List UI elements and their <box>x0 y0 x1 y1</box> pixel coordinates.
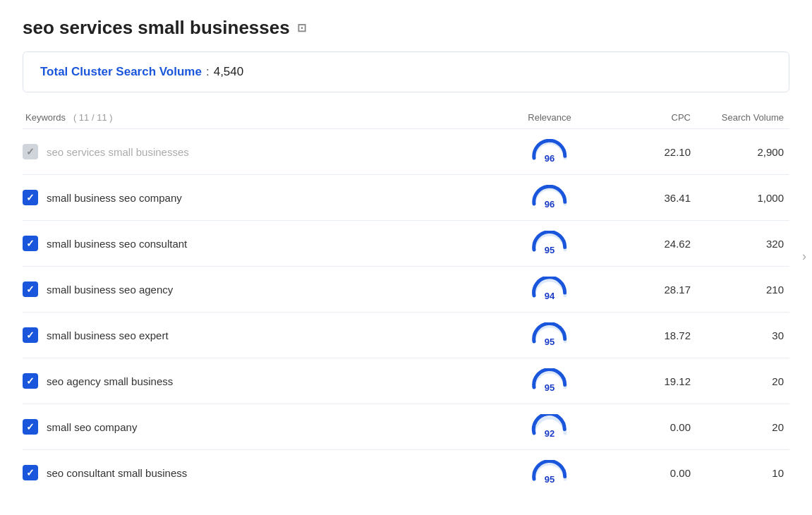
search-volume-cell: 2,900 <box>691 146 789 158</box>
keyword-cell: seo consultant small business <box>23 465 493 480</box>
gauge-label: 95 <box>545 383 555 392</box>
checkbox-wrapper[interactable] <box>23 327 38 343</box>
table-row: seo agency small business 95 19.12 20 <box>23 358 789 404</box>
cpc-cell: 0.00 <box>606 467 691 479</box>
table-row: small seo company 92 0.00 20 <box>23 404 789 450</box>
relevance-cell: 95 <box>493 460 606 485</box>
keyword-text: small business seo agency <box>47 284 173 296</box>
relevance-cell: 96 <box>493 139 606 164</box>
cpc-cell: 22.10 <box>606 146 691 158</box>
search-volume-cell: 20 <box>691 421 789 433</box>
gauge-label: 92 <box>545 429 555 438</box>
keyword-text: small business seo company <box>47 192 182 204</box>
keyword-text: small seo company <box>47 421 137 433</box>
table-header: Keywords ( 11 / 11 ) Relevance CPC Searc… <box>23 107 789 129</box>
cpc-cell: 24.62 <box>606 238 691 250</box>
keyword-cell: small seo company <box>23 419 493 435</box>
page-title-row: seo services small businesses ⊡ <box>23 17 789 39</box>
table-body: seo services small businesses 96 22.10 2… <box>23 129 789 495</box>
gauge: 92 <box>531 414 569 440</box>
cluster-volume-box: Total Cluster Search Volume : 4,540 <box>23 52 789 92</box>
search-volume-cell: 1,000 <box>691 192 789 204</box>
keyword-cell: small business seo expert <box>23 327 493 343</box>
relevance-cell: 95 <box>493 231 606 256</box>
relevance-cell: 92 <box>493 414 606 440</box>
relevance-cell: 96 <box>493 185 606 210</box>
cluster-volume-label[interactable]: Total Cluster Search Volume <box>40 65 202 79</box>
chevron-right-icon[interactable]: › <box>802 249 806 264</box>
gauge: 96 <box>531 139 569 164</box>
cpc-cell: 0.00 <box>606 421 691 433</box>
checkbox-wrapper[interactable] <box>23 465 38 480</box>
keyword-text: seo consultant small business <box>47 467 187 479</box>
gauge-label: 95 <box>545 246 555 255</box>
checkbox-checked[interactable] <box>23 236 38 251</box>
gauge-label: 96 <box>545 154 555 163</box>
checkbox-checked[interactable] <box>23 281 38 297</box>
relevance-cell: 94 <box>493 277 606 302</box>
search-volume-cell: 10 <box>691 467 789 479</box>
gauge-label: 96 <box>545 200 555 209</box>
gauge: 96 <box>531 185 569 210</box>
cluster-volume-value: 4,540 <box>214 65 244 79</box>
checkbox-wrapper[interactable] <box>23 419 38 435</box>
relevance-cell: 95 <box>493 368 606 394</box>
search-volume-cell: 210 <box>691 284 789 296</box>
checkbox-wrapper[interactable] <box>23 190 38 205</box>
cpc-cell: 28.17 <box>606 284 691 296</box>
checkbox-wrapper[interactable] <box>23 281 38 297</box>
gauge-label: 95 <box>545 475 555 484</box>
table-row: small business seo company 96 36.41 1,00… <box>23 175 789 221</box>
checkbox-checked[interactable] <box>23 419 38 435</box>
checkbox-checked[interactable] <box>23 190 38 205</box>
checkbox-wrapper[interactable] <box>23 144 38 159</box>
keyword-cell: seo services small businesses <box>23 144 493 159</box>
keyword-cell: seo agency small business <box>23 373 493 389</box>
page-title: seo services small businesses <box>23 17 290 39</box>
cluster-volume-separator: : <box>206 65 210 79</box>
search-volume-cell: 30 <box>691 329 789 341</box>
cpc-cell: 36.41 <box>606 192 691 204</box>
checkbox-checked[interactable] <box>23 373 38 389</box>
checkbox-checked[interactable] <box>23 327 38 343</box>
gauge: 95 <box>531 231 569 256</box>
header-search-volume: Search Volume <box>691 112 789 123</box>
search-volume-cell: 20 <box>691 375 789 387</box>
keyword-cell: small business seo company <box>23 190 493 205</box>
copy-icon[interactable]: ⊡ <box>297 21 306 35</box>
header-relevance: Relevance <box>493 112 606 123</box>
table-row: small business seo expert 95 18.72 30 <box>23 313 789 358</box>
keyword-text: small business seo expert <box>47 329 169 341</box>
header-cpc: CPC <box>606 112 691 123</box>
gauge: 95 <box>531 322 569 348</box>
main-page: seo services small businesses ⊡ Total Cl… <box>0 0 812 512</box>
gauge: 94 <box>531 277 569 302</box>
cpc-cell: 18.72 <box>606 329 691 341</box>
header-keywords: Keywords ( 11 / 11 ) <box>23 112 493 123</box>
checkbox-wrapper[interactable] <box>23 236 38 251</box>
gauge-label: 95 <box>545 337 555 346</box>
gauge: 95 <box>531 460 569 485</box>
keyword-cell: small business seo agency <box>23 281 493 297</box>
search-volume-cell: 320 <box>691 238 789 250</box>
gauge: 95 <box>531 368 569 394</box>
table-row: small business seo agency 94 28.17 210 <box>23 267 789 313</box>
table-row: seo services small businesses 96 22.10 2… <box>23 129 789 175</box>
table-row: seo consultant small business 95 0.00 10 <box>23 450 789 495</box>
checkbox-checked[interactable] <box>23 465 38 480</box>
keyword-text: seo services small businesses <box>47 146 189 158</box>
cpc-cell: 19.12 <box>606 375 691 387</box>
keyword-text: seo agency small business <box>47 375 173 387</box>
table-row: small business seo consultant 95 24.62 3… <box>23 221 789 267</box>
keyword-cell: small business seo consultant <box>23 236 493 251</box>
checkbox-disabled <box>23 144 38 159</box>
keyword-text: small business seo consultant <box>47 238 187 250</box>
relevance-cell: 95 <box>493 322 606 348</box>
gauge-label: 94 <box>545 291 555 301</box>
checkbox-wrapper[interactable] <box>23 373 38 389</box>
